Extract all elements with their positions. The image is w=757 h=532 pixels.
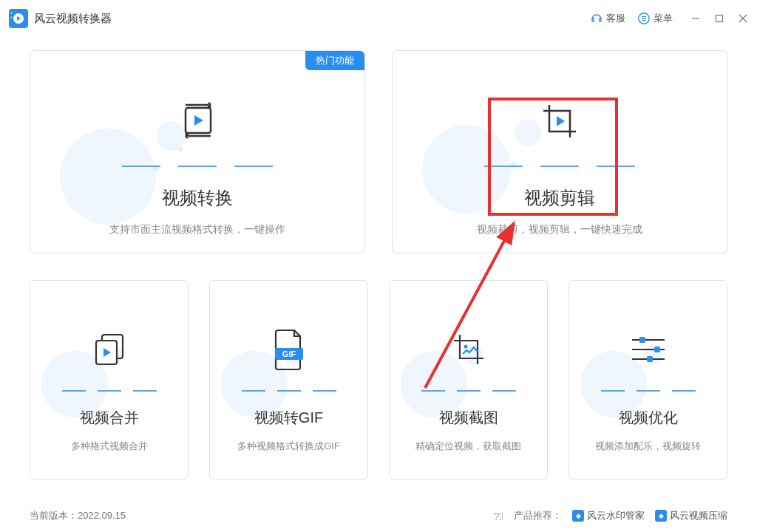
card-video-optimize[interactable]: 视频优化 视频添加配乐，视频旋转 (568, 280, 727, 480)
card-video-convert[interactable]: 热门功能 视频转换 支持市面主流视频格式转换，一键操作 (30, 50, 365, 253)
customer-service-button[interactable]: 客服 (590, 12, 625, 25)
version-label: 当前版本： (30, 510, 78, 521)
convert-icon (174, 92, 221, 151)
maximize-button[interactable] (714, 13, 724, 24)
bottom-row: 视频合并 多种格式视频合并 GIF 视频转GIF 多种视频格式转换成GIF (30, 280, 727, 480)
card-title: 视频合并 (80, 408, 139, 428)
titlebar: 风云视频转换器 客服 菜单 (0, 0, 757, 37)
version-value: 2022.09.15 (78, 510, 126, 521)
svg-rect-5 (716, 16, 723, 22)
card-desc: 支持市面主流视频格式转换，一键操作 (109, 223, 285, 236)
customer-service-label: 客服 (606, 12, 625, 25)
footer: 当前版本：2022.09.15 ?⃝ 产品推荐： ◆ 风云水印管家 ◆ 风云视频… (0, 499, 757, 532)
recommend-label: 产品推荐： (514, 509, 562, 522)
divider-dashes (62, 390, 157, 392)
card-video-gif[interactable]: GIF 视频转GIF 多种视频格式转换成GIF (209, 280, 368, 480)
card-title: 视频转GIF (254, 408, 323, 428)
titlebar-left: 风云视频转换器 (9, 9, 112, 28)
card-video-screenshot[interactable]: 视频截图 精确定位视频，获取截图 (389, 280, 548, 480)
svg-point-13 (464, 344, 467, 348)
help-icon[interactable]: ?⃝ (493, 510, 503, 522)
main-content: 热门功能 视频转换 支持市面主流视频格式转换，一键操作 (0, 37, 757, 480)
crop-image-icon (448, 321, 489, 377)
divider-dashes (421, 390, 516, 392)
divider-dashes (242, 390, 336, 392)
app-logo-icon (9, 9, 28, 28)
watermark-app-icon: ◆ (572, 510, 584, 522)
compress-app-icon: ◆ (655, 510, 667, 522)
card-title: 视频转换 (162, 186, 233, 210)
headset-icon (590, 12, 603, 25)
divider-dashes (122, 166, 273, 167)
card-desc: 视频添加配乐，视频旋转 (595, 440, 701, 453)
divider-dashes (601, 390, 696, 392)
close-button[interactable] (738, 13, 748, 24)
svg-rect-19 (647, 356, 653, 362)
menu-list-icon (637, 12, 651, 25)
footer-link-label: 风云视频压缩 (670, 509, 727, 522)
menu-label: 菜单 (654, 12, 673, 25)
version-info: 当前版本：2022.09.15 (30, 509, 126, 522)
window-controls (690, 13, 748, 24)
footer-link-watermark[interactable]: ◆ 风云水印管家 (572, 509, 645, 522)
titlebar-right: 客服 菜单 (590, 12, 748, 25)
menu-button[interactable]: 菜单 (637, 12, 673, 25)
minimize-button[interactable] (690, 13, 701, 24)
footer-link-label: 风云水印管家 (587, 509, 645, 522)
gif-file-icon: GIF (271, 321, 308, 377)
merge-icon (89, 321, 130, 377)
annotation-highlight-box (488, 98, 618, 216)
card-desc: 多种视频格式转换成GIF (237, 440, 340, 453)
card-desc: 视频裁剪，视频剪辑，一键快速完成 (477, 223, 642, 236)
app-title: 风云视频转换器 (34, 12, 112, 26)
card-desc: 多种格式视频合并 (71, 440, 148, 453)
card-title: 视频截图 (439, 408, 498, 428)
svg-text:GIF: GIF (282, 349, 296, 358)
svg-rect-15 (639, 337, 645, 343)
hot-badge: 热门功能 (305, 51, 364, 70)
sliders-icon (628, 321, 669, 377)
card-title: 视频优化 (619, 408, 678, 428)
footer-right: ?⃝ 产品推荐： ◆ 风云水印管家 ◆ 风云视频压缩 (493, 509, 727, 522)
top-row: 热门功能 视频转换 支持市面主流视频格式转换，一键操作 (30, 50, 727, 253)
card-video-merge[interactable]: 视频合并 多种格式视频合并 (30, 280, 189, 480)
card-desc: 精确定位视频，获取截图 (415, 440, 521, 453)
svg-rect-17 (654, 347, 660, 352)
footer-link-compress[interactable]: ◆ 风云视频压缩 (655, 509, 727, 522)
